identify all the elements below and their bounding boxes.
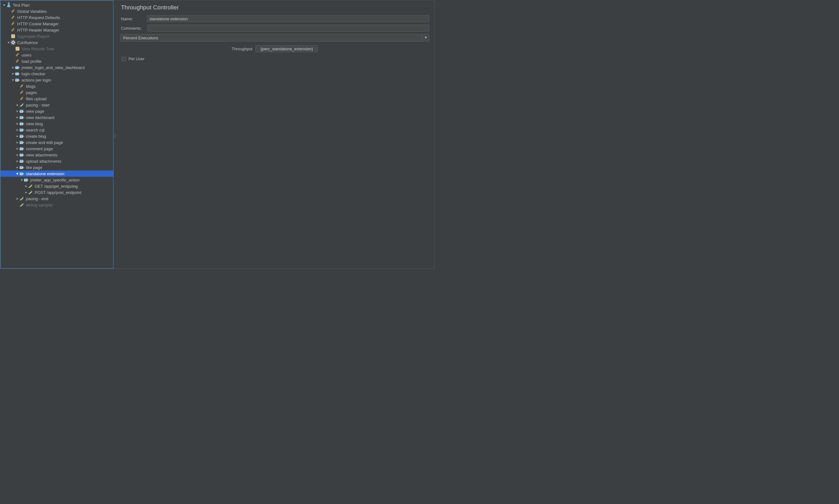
tree-toggle xyxy=(7,10,10,13)
wrench-icon xyxy=(11,9,16,14)
svg-rect-125 xyxy=(25,180,25,181)
controller-icon xyxy=(19,159,24,164)
tree-item[interactable]: load profile xyxy=(1,58,113,64)
tree-item-label: load profile xyxy=(21,59,41,64)
tree-item[interactable]: debug sampler xyxy=(1,202,113,208)
tree-item[interactable]: jmeter_app_specific_action xyxy=(1,177,113,183)
tree-item[interactable]: HTTP Request Defaults xyxy=(1,14,113,21)
tree-toggle[interactable] xyxy=(11,66,14,69)
throughput-input[interactable] xyxy=(255,45,318,52)
svg-marker-122 xyxy=(21,179,23,181)
svg-rect-54 xyxy=(20,116,23,117)
tree-toggle[interactable] xyxy=(16,141,19,144)
svg-rect-117 xyxy=(20,172,23,173)
svg-marker-66 xyxy=(17,129,18,131)
per-user-checkbox[interactable] xyxy=(122,57,126,61)
tree-toggle xyxy=(16,85,19,88)
tree-item[interactable]: search cql xyxy=(1,127,113,133)
app-root: Test PlanGlobal VariablesHTTP Request De… xyxy=(0,0,434,269)
tree-item[interactable]: POST /app/post_endpoint xyxy=(1,189,113,196)
mode-dropdown-button[interactable] xyxy=(422,34,429,41)
tree-item[interactable]: HTTP Cookie Manager xyxy=(1,21,113,27)
tree-item[interactable]: pacing - start xyxy=(1,102,113,108)
svg-rect-106 xyxy=(22,161,23,162)
svg-rect-120 xyxy=(22,174,23,175)
tree-item[interactable]: files upload xyxy=(1,95,113,102)
tree-toggle[interactable] xyxy=(16,147,19,150)
mode-dropdown[interactable]: Percent Executions xyxy=(120,34,422,41)
tree-toggle[interactable] xyxy=(24,184,28,188)
svg-rect-105 xyxy=(21,161,22,162)
tree-toggle[interactable] xyxy=(16,160,19,163)
tree-toggle[interactable] xyxy=(16,153,19,157)
tree-toggle[interactable] xyxy=(16,110,19,113)
comments-input[interactable] xyxy=(147,25,429,32)
tree-item[interactable]: users xyxy=(1,52,113,58)
tree-item[interactable]: View Results Tree xyxy=(1,46,113,52)
tree-item[interactable]: Test Plan xyxy=(1,2,113,8)
tree-item[interactable]: pages xyxy=(1,89,113,95)
tree-toggle[interactable] xyxy=(16,166,19,169)
tree-toggle xyxy=(11,47,14,50)
svg-rect-91 xyxy=(21,148,22,149)
svg-rect-84 xyxy=(21,142,22,143)
tree-item[interactable]: view attachments xyxy=(1,152,113,158)
tree-item[interactable]: blogs xyxy=(1,83,113,89)
tree-item-label: GET /app/get_endpoing xyxy=(34,184,78,188)
tree-item-label: jmeter_app_specific_action xyxy=(30,178,80,182)
tree-item-label: view attachments xyxy=(25,153,57,157)
controller-icon xyxy=(15,65,20,70)
svg-rect-69 xyxy=(20,130,21,131)
tree-item[interactable]: create and edit page xyxy=(1,139,113,145)
tree-item[interactable]: actions per login xyxy=(1,77,113,83)
tree-item[interactable]: create blog xyxy=(1,133,113,139)
tree-panel[interactable]: Test PlanGlobal VariablesHTTP Request De… xyxy=(0,0,114,269)
tree-item[interactable]: GET /app/get_endpoing xyxy=(1,183,113,189)
tree-item[interactable]: Aggregate Report xyxy=(1,33,113,39)
mode-selected-label: Percent Executions xyxy=(123,36,158,40)
name-label: Name: xyxy=(120,17,147,21)
tree-toggle[interactable] xyxy=(2,3,6,6)
tree-toggle[interactable] xyxy=(11,78,14,82)
tree-toggle[interactable] xyxy=(16,134,19,138)
tree-toggle[interactable] xyxy=(16,122,19,125)
name-input[interactable] xyxy=(147,15,429,22)
tree-item-label: Test Plan xyxy=(13,3,29,7)
tree-item[interactable]: login checker xyxy=(1,71,113,77)
svg-rect-64 xyxy=(22,124,23,125)
svg-rect-23 xyxy=(15,66,19,67)
svg-marker-28 xyxy=(12,73,14,75)
tree-item[interactable]: upload attachments xyxy=(1,158,113,164)
tree-item[interactable]: comment page xyxy=(1,145,113,152)
splitter[interactable] xyxy=(114,0,117,269)
tree-item-label: comment page xyxy=(25,146,53,151)
throughput-label: Throughput xyxy=(232,47,253,51)
tree-toggle[interactable] xyxy=(16,116,19,119)
tree-item[interactable]: jmeter_login_and_view_dashboard xyxy=(1,64,113,71)
tree-item[interactable]: view dashboard xyxy=(1,114,113,121)
tree-toggle xyxy=(7,35,10,38)
tree-toggle[interactable] xyxy=(16,128,19,131)
tree-toggle[interactable] xyxy=(7,41,10,44)
tree-item[interactable]: standalone extension xyxy=(1,170,113,177)
wrench-icon xyxy=(11,15,16,20)
svg-point-144 xyxy=(114,136,115,137)
tree-toggle[interactable] xyxy=(16,172,19,175)
tree-item[interactable]: pacing - end xyxy=(1,196,113,202)
tree-item[interactable]: HTTP Header Manager xyxy=(1,27,113,33)
tree-toggle[interactable] xyxy=(16,197,19,200)
tree-toggle[interactable] xyxy=(16,103,19,107)
tree-toggle[interactable] xyxy=(11,72,14,75)
tree-item[interactable]: view blog xyxy=(1,121,113,127)
tree-item[interactable]: like page xyxy=(1,164,113,170)
tree-item[interactable]: view page xyxy=(1,108,113,114)
tree-toggle[interactable] xyxy=(20,178,23,181)
tree-item[interactable]: Confluence xyxy=(1,39,113,46)
svg-rect-10 xyxy=(13,44,14,45)
tree-item[interactable]: Global Variables xyxy=(1,8,113,14)
svg-rect-97 xyxy=(20,155,21,156)
svg-rect-68 xyxy=(20,128,23,129)
tree-toggle[interactable] xyxy=(24,191,28,194)
report-icon xyxy=(15,46,20,51)
svg-rect-48 xyxy=(20,111,21,112)
